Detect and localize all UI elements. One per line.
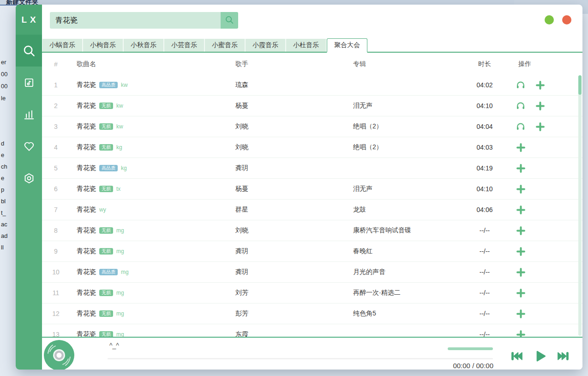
minimize-button[interactable] [545, 15, 554, 24]
duration: 04:04 [464, 123, 505, 130]
duration: --/-- [464, 310, 505, 317]
table-row[interactable]: 4 青花瓷 无损 kg 刘晓 绝唱（2） 04:03 [42, 137, 582, 158]
source-tab[interactable]: 小芸音乐 [164, 39, 205, 52]
column-singer: 歌手 [228, 60, 346, 68]
table-row[interactable]: 12 青花瓷 无损 mg 彭芳 纯色角5 --/-- [42, 303, 582, 324]
player-time: 00:00 / 00:00 [443, 362, 493, 370]
add-button[interactable] [535, 101, 545, 111]
listen-button[interactable] [516, 80, 526, 90]
tab-label: 小芸音乐 [171, 41, 197, 49]
search-icon [224, 15, 234, 26]
desktop-text-fragment: ad [1, 232, 7, 239]
search-input[interactable] [50, 12, 221, 29]
tab-label: 小杜音乐 [293, 41, 319, 49]
play-button[interactable] [532, 349, 548, 364]
table-row[interactable]: 9 青花瓷 无损 mg 龚玥 春晚红 --/-- [42, 241, 582, 262]
singer-name: 杨蔓 [228, 102, 346, 110]
sidebar-item-settings[interactable] [16, 162, 42, 194]
add-button[interactable] [516, 267, 526, 277]
table-row[interactable]: 7 青花瓷 wy 群星 龙鼓 04:06 [42, 200, 582, 220]
source-tab[interactable]: 聚合大会 [327, 38, 367, 53]
progress-bar[interactable] [108, 358, 493, 359]
song-cell: 青花瓷 无损 mg [70, 330, 228, 337]
search-button[interactable] [221, 12, 238, 29]
song-name: 青花瓷 [77, 247, 96, 255]
singer-name: 龚玥 [228, 268, 346, 276]
add-button[interactable] [516, 142, 526, 152]
source-tab[interactable]: 小蜗音乐 [42, 39, 83, 52]
add-button[interactable] [516, 309, 526, 319]
table-row[interactable]: 6 青花瓷 无损 tx 杨蔓 泪无声 04:10 [42, 179, 582, 200]
row-index: 1 [42, 81, 70, 89]
song-cell: 青花瓷 无损 tx [70, 185, 228, 193]
desktop-text-fragment: d [1, 140, 4, 147]
quality-badge: 无损 [99, 186, 113, 192]
player-bar: ^_^ 00:00 / 00:00 [42, 337, 582, 370]
duration: 04:10 [464, 185, 505, 193]
table-row[interactable]: 5 青花瓷 高品质 kg 龚玥 04:19 [42, 158, 582, 179]
volume-slider[interactable] [448, 347, 493, 350]
table-row[interactable]: 1 青花瓷 高品质 kw 琉森 04:02 [42, 75, 582, 96]
add-button[interactable] [516, 184, 526, 194]
song-cell: 青花瓷 无损 mg [70, 226, 228, 235]
tab-label: 小秋音乐 [131, 41, 156, 49]
song-cell: 青花瓷 无损 kw [70, 122, 228, 131]
previous-track-button[interactable] [509, 349, 525, 364]
row-index: 12 [42, 310, 70, 317]
source-tab[interactable]: 小霞音乐 [246, 39, 286, 52]
add-button[interactable] [516, 163, 526, 173]
table-row[interactable]: 2 青花瓷 无损 kw 杨蔓 泪无声 04:10 [42, 96, 582, 116]
song-name: 青花瓷 [77, 206, 96, 214]
quality-badge: 无损 [99, 248, 113, 255]
song-cell: 青花瓷 无损 kw [70, 102, 228, 110]
add-button[interactable] [516, 288, 526, 298]
listen-button[interactable] [516, 101, 526, 111]
duration: --/-- [464, 227, 505, 234]
song-cell: 青花瓷 无损 kg [70, 143, 228, 152]
table-row[interactable]: 10 青花瓷 高品质 mg 龚玥 月光的声音 --/-- [42, 262, 582, 283]
table-row[interactable]: 3 青花瓷 无损 kw 刘晓 绝唱（2） 04:04 [42, 116, 582, 137]
source-tab[interactable]: 小蜜音乐 [205, 39, 246, 52]
table-row[interactable]: 8 青花瓷 无损 mg 刘晓 康桥汽车音响试音碟 --/-- [42, 220, 582, 241]
scrollbar-thumb[interactable] [578, 75, 582, 95]
singer-name: 龚玥 [228, 164, 346, 172]
add-button[interactable] [516, 329, 526, 337]
tab-label: 小蜜音乐 [212, 41, 238, 49]
album-disc-icon[interactable] [43, 340, 75, 370]
table-row[interactable]: 11 青花瓷 无损 mg 刘芳 再醉一次·精选二 --/-- [42, 283, 582, 303]
close-button[interactable] [562, 15, 571, 24]
desktop-text-fragment: p [1, 186, 4, 193]
source-tab[interactable]: 小枸音乐 [83, 39, 124, 52]
quality-badge: 高品质 [99, 82, 118, 88]
listen-button[interactable] [516, 121, 526, 132]
row-index: 5 [42, 164, 70, 172]
add-button[interactable] [535, 80, 545, 90]
duration: 04:19 [464, 164, 505, 172]
source-tab[interactable]: 小杜音乐 [286, 39, 327, 52]
sidebar-item-favorites[interactable] [16, 130, 42, 162]
add-button[interactable] [535, 121, 545, 132]
sidebar-item-songlist[interactable] [16, 67, 42, 98]
album-name: 泪无声 [346, 102, 464, 110]
add-button[interactable] [516, 205, 526, 215]
song-name: 青花瓷 [77, 185, 96, 193]
source-tag: kg [116, 144, 122, 151]
column-album: 专辑 [346, 60, 464, 68]
album-name: 再醉一次·精选二 [346, 289, 464, 297]
source-tag: mg [116, 290, 124, 296]
actions-cell [505, 205, 582, 215]
source-tag: mg [116, 331, 124, 337]
add-button[interactable] [516, 246, 526, 256]
source-tag: mg [116, 310, 124, 317]
scrollbar-track[interactable] [578, 75, 582, 336]
next-track-button[interactable] [555, 349, 571, 364]
add-button[interactable] [516, 225, 526, 236]
quality-badge: 无损 [99, 103, 113, 109]
sidebar-item-search[interactable] [16, 35, 42, 67]
row-index: 10 [42, 268, 70, 276]
table-row[interactable]: 13 青花瓷 无损 mg 东霞 --/-- [42, 324, 582, 337]
source-tab[interactable]: 小秋音乐 [124, 39, 164, 52]
song-name: 青花瓷 [77, 164, 96, 172]
sidebar-item-leaderboard[interactable] [16, 98, 42, 130]
desktop-text-fragment: ac [1, 221, 7, 228]
